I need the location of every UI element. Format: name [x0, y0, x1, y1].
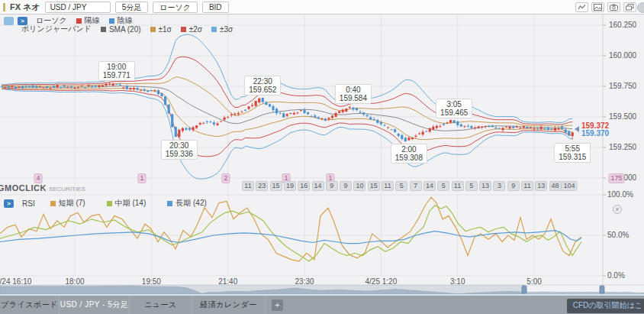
extreme-annotation: 5:55159.315 [554, 143, 591, 163]
pair-selector[interactable]: USD / JPY [45, 2, 111, 13]
bid-ask-toggle[interactable]: BID [202, 2, 229, 13]
tick-count-badge: 5 [437, 181, 449, 191]
event-count-badge[interactable]: 175 [608, 173, 624, 183]
rsi-short-item: 短期 (7) [50, 198, 85, 209]
price-axis-label: 160.000 [609, 51, 636, 60]
bottom-tab-bar: プライスボード USD / JPY - 5分足 ニュース 経済カレンダー + C… [0, 296, 644, 314]
event-count-badge[interactable]: 1 [137, 173, 146, 183]
rsi-long-item: 長期 (42) [167, 198, 207, 209]
annotation-time: 5:55 [559, 144, 586, 153]
sigma1-label: ±1σ [159, 25, 172, 34]
annotation-price: 159.584 [340, 94, 367, 102]
broker-watermark: GMOCLICKSECURITIES [0, 180, 85, 194]
tick-count-badge: 13 [535, 181, 547, 191]
annotation-time: 19:00 [103, 63, 130, 71]
time-axis-label: 4/24 16:10 [0, 277, 31, 286]
price-axis-label: 159.500 [609, 112, 636, 121]
tick-count-badge: 11 [452, 181, 464, 191]
tab-economic-calendar[interactable]: 経済カレンダー [192, 296, 266, 314]
rsi-close-icon[interactable]: × [613, 205, 622, 214]
annotation-time: 2:00 [395, 145, 423, 154]
annotation-price: 159.771 [103, 71, 130, 79]
time-axis-label: 19:50 [142, 277, 161, 286]
current-price-arrow-icon [575, 126, 579, 132]
tick-count-badge: 104 [561, 181, 577, 191]
chart-type-button[interactable]: ローソク [153, 2, 198, 13]
time-axis-label: 4/25 1:20 [365, 277, 398, 286]
rsi-axis-label: 100.0% [607, 190, 633, 199]
rsi-legend-row: > RSI 短期 (7) 中期 (14) 長期 (42) [4, 198, 207, 209]
time-axis-label: 23:30 [295, 277, 314, 286]
bull-color-swatch [76, 18, 82, 24]
bollinger-legend-label: ボリンジャーバンド [21, 24, 92, 34]
sigma2-label: ±2σ [189, 25, 202, 34]
tick-count-badge: 10 [353, 181, 365, 191]
annotation-time: 3:05 [440, 100, 468, 108]
sigma3-legend-item: ±3σ [211, 25, 233, 34]
chart-canvas [0, 0, 644, 296]
rsi-short-label: 短期 (7) [59, 198, 85, 209]
tick-count-badge: 9 [507, 181, 520, 191]
tick-count-badge: 9 [326, 181, 338, 191]
annotation-time: 0:40 [340, 86, 367, 94]
tick-count-badge: 7 [410, 181, 422, 191]
extreme-annotation: 0:40159.584 [335, 84, 372, 104]
camera-icon[interactable] [607, 2, 620, 12]
annotation-price: 159.315 [559, 153, 586, 161]
annotation-price: 159.465 [440, 108, 468, 117]
cascade-windows-icon[interactable] [623, 2, 636, 12]
tab-price-board[interactable]: プライスボード [0, 296, 60, 314]
annotation-price: 159.308 [395, 154, 423, 162]
navigator-handle-right[interactable] [600, 286, 604, 293]
tick-count-badge: 11 [242, 181, 254, 191]
annotation-price: 159.336 [166, 150, 193, 158]
extreme-annotation: 3:05159.465 [436, 99, 472, 118]
tick-count-badge: 14 [423, 181, 436, 191]
bollinger-legend-row: ボリンジャーバンド SMA (20) ±1σ ±2σ ±3σ [21, 24, 233, 34]
price-axis-label: 159.250 [609, 143, 636, 151]
price-axis-label: 160.250 [609, 21, 636, 29]
timeframe-button[interactable]: 5分足 [115, 2, 149, 13]
sma-legend-item: SMA (20) [101, 25, 141, 34]
image-icon[interactable] [591, 2, 604, 12]
rsi-mid-swatch [107, 201, 112, 206]
event-count-badge[interactable]: 2 [221, 173, 230, 183]
rsi-axis-label: 50.0% [607, 231, 629, 239]
extreme-annotation: 2:00159.308 [391, 144, 427, 163]
toolbar-icon-group [575, 2, 636, 12]
watermark-brand: GMOCLICK [0, 183, 47, 193]
chat-bubble-icon[interactable] [4, 17, 14, 25]
annotation-time: 22:30 [249, 77, 276, 86]
sigma2-color-swatch [181, 27, 186, 32]
rsi-title: RSI [22, 199, 35, 208]
line-chart-icon[interactable] [575, 2, 588, 12]
price-axis-label: 159.750 [609, 82, 636, 90]
sma-label: SMA (20) [109, 25, 141, 34]
cfd-promo-link[interactable]: CFDの取引開始はこ [567, 299, 644, 313]
extreme-annotation: 22:30159.652 [244, 76, 281, 95]
tick-count-badge: 5 [395, 181, 407, 191]
tab-news[interactable]: ニュース [130, 296, 192, 314]
navigator-handle-left[interactable] [522, 286, 526, 293]
time-axis-label: 18:00 [65, 277, 84, 286]
partial-circle-icon[interactable] [637, 2, 644, 13]
time-axis-label: 5:00 [526, 277, 541, 286]
rsi-short-swatch [50, 201, 56, 206]
app-accent-bar [3, 3, 5, 11]
rsi-long-swatch [167, 201, 172, 206]
app-title: FX ネオ [10, 2, 40, 13]
sigma3-label: ±3σ [220, 25, 233, 34]
chevron-icon[interactable]: > [4, 199, 14, 208]
tick-count-badge: 19 [284, 181, 296, 191]
tick-count-badge: 11 [382, 181, 394, 191]
watermark-sub: SECURITIES [49, 186, 85, 193]
fx-chart-screen: FX ネオ USD / JPY 5分足 ローソク BID > ローソク [0, 0, 644, 314]
sigma1-color-swatch [150, 27, 156, 32]
sma-color-swatch [101, 27, 106, 32]
tab-usdjpy-chart[interactable]: USD / JPY - 5分足 [60, 296, 130, 314]
add-tab-button[interactable]: + [272, 299, 283, 311]
rsi-mid-item: 中期 (14) [107, 198, 147, 209]
event-count-badge[interactable]: 4 [34, 173, 42, 183]
tick-count-badge: 15 [270, 181, 282, 191]
tick-count-badge: 9 [340, 181, 352, 191]
